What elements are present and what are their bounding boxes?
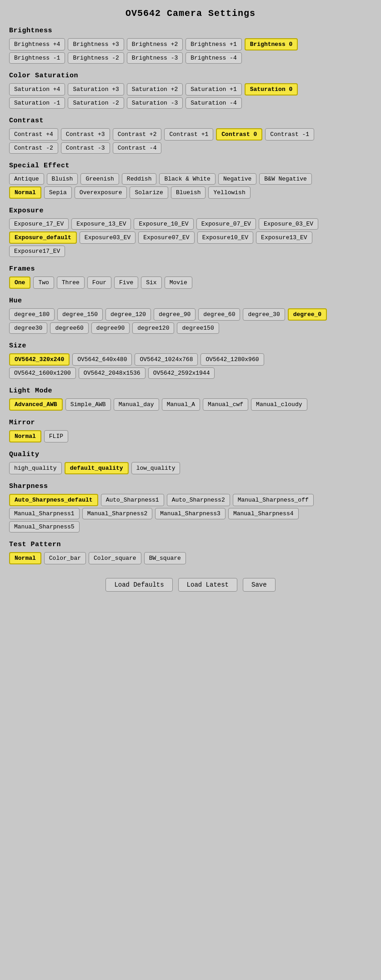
btn-contrast--1[interactable]: Contrast -1	[265, 128, 314, 141]
btn-auto-sharpness1[interactable]: Auto_Sharpness1	[101, 494, 164, 506]
btn-antique[interactable]: Antique	[9, 173, 44, 185]
btn-saturation--4[interactable]: Saturation -4	[185, 97, 241, 109]
btn-exposure17-ev[interactable]: Exposure17_EV	[9, 246, 65, 257]
btn-brightness--3[interactable]: Brightness -3	[127, 52, 183, 64]
btn-saturation--2[interactable]: Saturation +2	[127, 83, 183, 95]
btn-ov5642-1024x768[interactable]: OV5642_1024x768	[135, 353, 198, 366]
btn-saturation-0[interactable]: Saturation 0	[245, 83, 298, 95]
btn-degree-150[interactable]: degree_150	[57, 308, 103, 321]
btn-brightness--1[interactable]: Brightness +1	[185, 38, 241, 50]
btn-exposure-10-ev[interactable]: Exposure_10_EV	[134, 218, 193, 230]
btn-saturation--1[interactable]: Saturation +1	[185, 83, 241, 95]
btn-advanced-awb[interactable]: Advanced_AWB	[9, 398, 63, 411]
btn-five[interactable]: Five	[114, 276, 138, 289]
btn-simple-awb[interactable]: Simple_AWB	[65, 398, 111, 411]
btn-exposure-03-ev[interactable]: Exposure_03_EV	[259, 218, 318, 230]
btn-sepia[interactable]: Sepia	[44, 186, 72, 199]
btn-saturation--3[interactable]: Saturation -3	[127, 97, 183, 109]
btn-manual-day[interactable]: Manual_day	[114, 398, 159, 411]
btn-brightness--4[interactable]: Brightness +4	[9, 38, 65, 50]
btn-brightness--2[interactable]: Brightness -2	[68, 52, 124, 64]
btn-normal[interactable]: Normal	[9, 552, 41, 564]
btn-degree-0[interactable]: degree_0	[288, 308, 327, 321]
btn-exposure-07-ev[interactable]: Exposure_07_EV	[196, 218, 256, 230]
btn-manual-a[interactable]: Manual_A	[162, 398, 200, 411]
btn-three[interactable]: Three	[57, 276, 85, 289]
footer-btn-save[interactable]: Save	[243, 578, 276, 592]
btn-manual-sharpness2[interactable]: Manual_Sharpness2	[82, 508, 153, 519]
btn-contrast--1[interactable]: Contrast +1	[164, 128, 213, 141]
btn-degree150[interactable]: degree150	[177, 322, 219, 334]
btn-normal[interactable]: Normal	[9, 430, 41, 442]
btn-manual-sharpness-off[interactable]: Manual_Sharpness_off	[233, 494, 314, 506]
btn-brightness-0[interactable]: Brightness 0	[245, 38, 298, 50]
btn-bw-square[interactable]: BW_square	[144, 552, 186, 564]
btn-degree-60[interactable]: degree_60	[198, 308, 240, 321]
footer-btn-load-latest[interactable]: Load Latest	[178, 578, 237, 592]
btn-greenish[interactable]: Greenish	[80, 173, 119, 185]
btn-manual-cloudy[interactable]: Manual_cloudy	[251, 398, 307, 411]
btn-default-quality[interactable]: default_quality	[65, 462, 129, 474]
btn-contrast--2[interactable]: Contrast -2	[9, 142, 58, 154]
btn-manual-sharpness5[interactable]: Manual_Sharpness5	[9, 521, 80, 533]
btn-color-square[interactable]: Color_square	[89, 552, 141, 564]
btn-auto-sharpness-default[interactable]: Auto_Sharpness_default	[9, 494, 98, 506]
btn-ov5642-2048x1536[interactable]: OV5642_2048x1536	[79, 367, 145, 379]
btn-reddish[interactable]: Reddish	[122, 173, 157, 185]
btn-brightness--2[interactable]: Brightness +2	[127, 38, 183, 50]
btn-brightness--4[interactable]: Brightness -4	[185, 52, 241, 64]
btn-degree-120[interactable]: degree_120	[105, 308, 151, 321]
btn-one[interactable]: One	[9, 276, 30, 289]
btn-exposure-17-ev[interactable]: Exposure_17_EV	[9, 218, 69, 230]
btn-black---white[interactable]: Black & White	[159, 173, 215, 185]
btn-color-bar[interactable]: Color_bar	[44, 552, 86, 564]
btn-degree90[interactable]: degree90	[91, 322, 130, 334]
btn-manual-sharpness4[interactable]: Manual_Sharpness4	[228, 508, 299, 519]
btn-manual-sharpness1[interactable]: Manual_Sharpness1	[9, 508, 80, 519]
btn-blueish[interactable]: Blueish	[171, 186, 206, 199]
btn-contrast--4[interactable]: Contrast +4	[9, 128, 58, 141]
btn-bluish[interactable]: Bluish	[47, 173, 78, 185]
btn-overexposure[interactable]: Overexposure	[75, 186, 127, 199]
btn-normal[interactable]: Normal	[9, 186, 41, 199]
btn-saturation--4[interactable]: Saturation +4	[9, 83, 65, 95]
btn-contrast--3[interactable]: Contrast +3	[61, 128, 110, 141]
btn-six[interactable]: Six	[141, 276, 161, 289]
btn-low-quality[interactable]: low_quality	[131, 462, 180, 474]
btn-flip[interactable]: FLIP	[44, 430, 68, 442]
btn-manual-cwf[interactable]: Manual_cwf	[203, 398, 248, 411]
btn-solarize[interactable]: Solarize	[130, 186, 168, 199]
btn-exposure-13-ev[interactable]: Exposure_13_EV	[71, 218, 131, 230]
btn-saturation--1[interactable]: Saturation -1	[9, 97, 65, 109]
btn-degree60[interactable]: degree60	[50, 322, 88, 334]
btn-two[interactable]: Two	[33, 276, 54, 289]
btn-ov5642-640x480[interactable]: OV5642_640x480	[72, 353, 132, 366]
btn-movie[interactable]: Movie	[165, 276, 192, 289]
btn-ov5642-320x240[interactable]: OV5642_320x240	[9, 353, 70, 366]
btn-four[interactable]: Four	[87, 276, 111, 289]
btn-manual-sharpness3[interactable]: Manual_Sharpness3	[155, 508, 226, 519]
btn-yellowish[interactable]: Yellowish	[208, 186, 250, 199]
btn-degree120[interactable]: degree120	[132, 322, 174, 334]
btn-ov5642-2592x1944[interactable]: OV5642_2592x1944	[148, 367, 215, 379]
btn-degree-30[interactable]: degree_30	[243, 308, 285, 321]
btn-exposure03-ev[interactable]: Exposure03_EV	[80, 231, 135, 244]
btn-exposure07-ev[interactable]: Exposure07_EV	[138, 231, 194, 244]
btn-brightness--3[interactable]: Brightness +3	[68, 38, 124, 50]
btn-ov5642-1600x1200[interactable]: OV5642_1600x1200	[9, 367, 76, 379]
btn-degree30[interactable]: degree30	[9, 322, 47, 334]
btn-negative[interactable]: Negative	[218, 173, 256, 185]
btn-degree-180[interactable]: degree_180	[9, 308, 55, 321]
btn-contrast--4[interactable]: Contrast -4	[113, 142, 162, 154]
btn-degree-90[interactable]: degree_90	[154, 308, 196, 321]
btn-contrast--2[interactable]: Contrast +2	[113, 128, 162, 141]
btn-brightness--1[interactable]: Brightness -1	[9, 52, 65, 64]
btn-auto-sharpness2[interactable]: Auto_Sharpness2	[167, 494, 230, 506]
btn-saturation--2[interactable]: Saturation -2	[68, 97, 124, 109]
btn-ov5642-1280x960[interactable]: OV5642_1280x960	[201, 353, 264, 366]
btn-high-quality[interactable]: high_quality	[9, 462, 62, 474]
btn-exposure13-ev[interactable]: Exposure13_EV	[256, 231, 312, 244]
btn-exposure-default[interactable]: Exposure_default	[9, 231, 77, 244]
footer-btn-load-defaults[interactable]: Load Defaults	[105, 578, 172, 592]
btn-contrast-0[interactable]: Contrast 0	[216, 128, 262, 141]
